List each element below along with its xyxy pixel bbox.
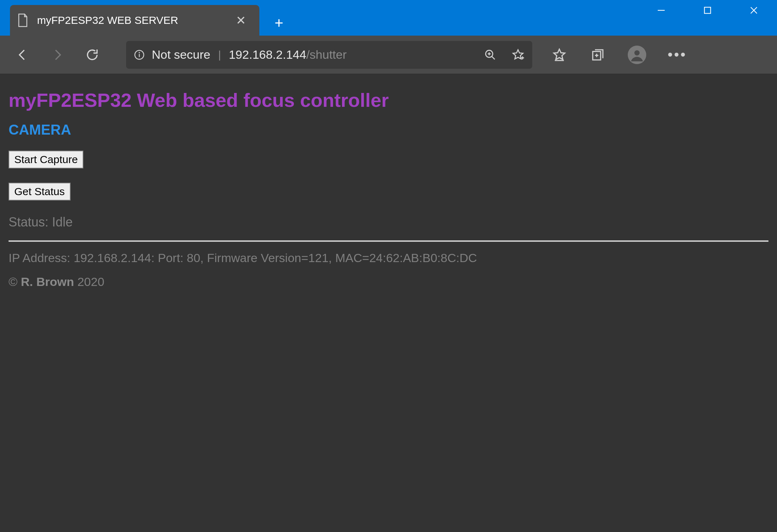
page-title: myFP2ESP32 Web based focus controller	[9, 89, 768, 111]
refresh-button[interactable]	[77, 40, 108, 70]
more-icon[interactable]: •••	[668, 47, 687, 63]
window-titlebar: myFP2ESP32 WEB SERVER ✕ +	[0, 0, 777, 36]
address-bar[interactable]: Not secure | 192.168.2.144/shutter	[126, 41, 532, 69]
footer-info: IP Address: 192.168.2.144: Port: 80, Fir…	[9, 251, 768, 265]
get-status-button[interactable]: Get Status	[9, 183, 71, 200]
favorites-icon[interactable]	[551, 46, 568, 63]
back-button[interactable]	[7, 40, 38, 70]
tab-title: myFP2ESP32 WEB SERVER	[37, 14, 178, 26]
minimize-button[interactable]	[638, 0, 684, 21]
svg-point-6	[139, 52, 140, 53]
author: R. Brown	[21, 275, 74, 288]
toolbar-right: •••	[551, 46, 687, 64]
url-path: /shutter	[306, 48, 347, 62]
maximize-button[interactable]	[684, 0, 731, 21]
page-content: myFP2ESP32 Web based focus controller CA…	[0, 74, 777, 297]
divider	[9, 240, 768, 242]
separator: |	[218, 49, 221, 61]
close-tab-icon[interactable]: ✕	[232, 13, 249, 28]
info-icon	[133, 49, 145, 61]
page-icon	[17, 13, 29, 27]
forward-button[interactable]	[42, 40, 73, 70]
svg-line-8	[492, 56, 495, 59]
section-heading: CAMERA	[9, 122, 768, 138]
year: 2020	[77, 275, 104, 288]
copyright: © R. Brown 2020	[9, 275, 768, 289]
security-label: Not secure	[152, 48, 210, 62]
new-tab-button[interactable]: +	[266, 11, 291, 36]
zoom-icon[interactable]	[483, 48, 497, 62]
tabstrip: myFP2ESP32 WEB SERVER ✕ +	[0, 0, 291, 36]
url-host: 192.168.2.144	[229, 48, 306, 62]
collections-icon[interactable]	[589, 46, 606, 63]
copyright-symbol: ©	[9, 275, 17, 288]
status-text: Status: Idle	[9, 215, 768, 230]
browser-tab[interactable]: myFP2ESP32 WEB SERVER ✕	[10, 5, 259, 36]
close-window-button[interactable]	[731, 0, 777, 21]
window-controls	[638, 0, 777, 21]
svg-rect-1	[704, 7, 710, 13]
start-capture-button[interactable]: Start Capture	[9, 151, 83, 168]
profile-avatar[interactable]	[628, 46, 646, 64]
favorite-add-icon[interactable]	[511, 48, 525, 62]
browser-toolbar: Not secure | 192.168.2.144/shutter •••	[0, 36, 777, 74]
svg-point-18	[634, 50, 640, 56]
